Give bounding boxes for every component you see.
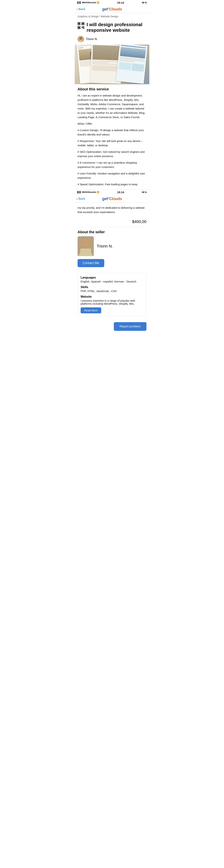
seller-card: Trionn N. bbox=[77, 236, 147, 256]
seller-mini-info: Trionn N. bbox=[75, 34, 149, 44]
website-label: Website bbox=[81, 295, 143, 298]
svg-rect-7 bbox=[83, 26, 84, 27]
svg-rect-3 bbox=[82, 23, 84, 24]
about-service-body: Hi, I am an expert in website design and… bbox=[77, 93, 147, 187]
chevron-left-icon-mid: ‹ bbox=[76, 197, 78, 201]
about-service-heading: About this service bbox=[77, 87, 147, 91]
status-bar: ▌▌▌ MEDIONmobile 📶 15:14 69 % bbox=[75, 0, 149, 5]
continuation-section: my top priority, and I'm dedicated to de… bbox=[75, 203, 149, 214]
logo: get®Clouds bbox=[102, 7, 122, 11]
gig-price: $400,00 bbox=[132, 219, 147, 224]
signal-carrier-mid: ▌▌▌ MEDIONmobile 📶 bbox=[77, 191, 99, 193]
seller-avatar-mini bbox=[77, 36, 84, 42]
continuation-text: my top priority, and I'm dedicated to de… bbox=[77, 206, 147, 214]
nav-bar-mid: ‹ Back get®Clouds bbox=[75, 195, 149, 203]
nav-bar-top: ‹ Back get®Clouds bbox=[75, 5, 149, 13]
chevron-left-icon: ‹ bbox=[76, 7, 78, 11]
qr-icon bbox=[77, 22, 85, 29]
svg-rect-6 bbox=[82, 26, 83, 27]
seller-avatar-large bbox=[77, 236, 94, 256]
about-para-6: # E-commerce: I can set up a seamless sh… bbox=[77, 160, 147, 169]
svg-rect-8 bbox=[82, 27, 83, 28]
back-label: Back bbox=[78, 7, 85, 11]
svg-rect-16 bbox=[80, 249, 91, 256]
report-problem-button[interactable]: Report problem bbox=[114, 322, 147, 331]
about-seller-heading: About the seller bbox=[77, 227, 147, 234]
svg-point-11 bbox=[79, 37, 82, 40]
languages-value: English, Spanish - español, German - Deu… bbox=[81, 280, 143, 283]
continuation-body: my top priority, and I'm dedicated to de… bbox=[77, 206, 147, 214]
time: 15:14 bbox=[117, 1, 124, 4]
signal-carrier: ▌▌▌ MEDIONmobile 📶 bbox=[77, 1, 99, 4]
website-value: I possess expertise in a range of popula… bbox=[81, 299, 143, 305]
mockup-page-3 bbox=[116, 44, 148, 84]
back-button-mid[interactable]: ‹ Back bbox=[76, 197, 85, 201]
seller-name-large: Trionn N. bbox=[97, 244, 113, 249]
hero-image bbox=[75, 44, 149, 84]
website-text: I possess expertise in a range of popula… bbox=[81, 299, 135, 305]
battery-mid: 69 % bbox=[142, 191, 147, 193]
time-mid: 15:14 bbox=[117, 191, 124, 194]
seller-info-card: Languages English, Spanish - español, Ge… bbox=[77, 273, 147, 316]
about-seller-section: About the seller Trionn N. Contact Me bbox=[75, 227, 149, 273]
logo-mid: get®Clouds bbox=[102, 196, 122, 201]
status-bar-mid: ▌▌▌ MEDIONmobile 📶 15:14 69 % bbox=[75, 189, 149, 195]
price-section: $400,00 bbox=[75, 216, 149, 227]
battery: 69 % bbox=[142, 1, 147, 4]
skills-label: Skills bbox=[81, 285, 143, 289]
svg-rect-5 bbox=[78, 27, 80, 28]
logo-text: get®Clouds bbox=[102, 7, 122, 11]
logo-text-mid: get®Clouds bbox=[102, 196, 122, 201]
read-more-button[interactable]: Read More bbox=[81, 307, 101, 313]
about-para-7: # User-Friendly: Intuitive navigation an… bbox=[77, 172, 147, 180]
gig-title-section: I will design professional responsive we… bbox=[75, 20, 149, 34]
about-para-4: # Responsive: Your site will look great … bbox=[77, 139, 147, 148]
svg-point-14 bbox=[82, 239, 90, 247]
skills-value: PHP, HTML, JavaScript , CSS bbox=[81, 289, 143, 292]
languages-label: Languages bbox=[81, 276, 143, 279]
svg-rect-1 bbox=[78, 23, 80, 24]
about-para-3: # Custom Design: I'll design a website t… bbox=[77, 128, 147, 137]
breadcrumb: Graphics & Design / Website Design bbox=[75, 13, 149, 20]
about-para-1: Hi, I am an expert in website design and… bbox=[77, 93, 147, 119]
contact-me-button[interactable]: Contact Me bbox=[77, 259, 104, 267]
mockup-container bbox=[75, 44, 149, 84]
about-para-8: # Speed Optimization: Fast-loading pages… bbox=[77, 182, 147, 187]
report-section: Report problem bbox=[75, 319, 149, 336]
gig-title: I will design professional responsive we… bbox=[87, 22, 147, 33]
back-label-mid: Back bbox=[78, 197, 85, 200]
about-para-2: What I Offer: bbox=[77, 122, 147, 126]
about-para-5: # SEO Optimization: Get noticed by searc… bbox=[77, 150, 147, 158]
svg-rect-9 bbox=[84, 27, 84, 29]
seller-name-mini: Trionn N. bbox=[86, 37, 98, 41]
about-service-section: About this service Hi, I am an expert in… bbox=[75, 84, 149, 187]
back-button[interactable]: ‹ Back bbox=[76, 7, 85, 11]
